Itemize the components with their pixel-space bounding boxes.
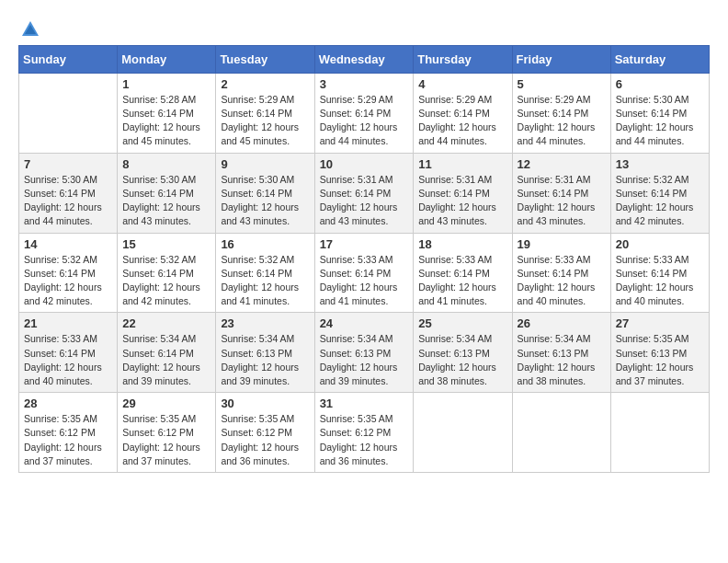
day-info: Sunrise: 5:35 AM Sunset: 6:12 PM Dayligh… [122, 412, 210, 468]
calendar-cell: 10Sunrise: 5:31 AM Sunset: 6:14 PM Dayli… [314, 153, 414, 233]
day-number: 31 [320, 396, 409, 410]
calendar-table: SundayMondayTuesdayWednesdayThursdayFrid… [18, 45, 710, 473]
day-info: Sunrise: 5:35 AM Sunset: 6:12 PM Dayligh… [320, 412, 409, 468]
calendar-cell: 12Sunrise: 5:31 AM Sunset: 6:14 PM Dayli… [512, 153, 610, 233]
calendar-cell: 29Sunrise: 5:35 AM Sunset: 6:12 PM Dayli… [118, 393, 216, 473]
day-info: Sunrise: 5:33 AM Sunset: 6:14 PM Dayligh… [616, 253, 704, 309]
header-tuesday: Tuesday [216, 45, 314, 73]
day-info: Sunrise: 5:32 AM Sunset: 6:14 PM Dayligh… [24, 253, 112, 309]
calendar-week-row: 7Sunrise: 5:30 AM Sunset: 6:14 PM Daylig… [19, 153, 710, 233]
day-info: Sunrise: 5:33 AM Sunset: 6:14 PM Dayligh… [518, 253, 606, 309]
day-info: Sunrise: 5:33 AM Sunset: 6:14 PM Dayligh… [320, 253, 409, 309]
day-info: Sunrise: 5:30 AM Sunset: 6:14 PM Dayligh… [221, 173, 309, 229]
day-info: Sunrise: 5:29 AM Sunset: 6:14 PM Dayligh… [418, 93, 506, 149]
calendar-cell: 19Sunrise: 5:33 AM Sunset: 6:14 PM Dayli… [512, 233, 610, 313]
calendar-cell: 26Sunrise: 5:34 AM Sunset: 6:13 PM Dayli… [512, 313, 610, 393]
day-info: Sunrise: 5:28 AM Sunset: 6:14 PM Dayligh… [122, 93, 210, 149]
calendar-week-row: 21Sunrise: 5:33 AM Sunset: 6:14 PM Dayli… [19, 313, 710, 393]
day-number: 4 [418, 77, 506, 91]
day-number: 24 [320, 316, 409, 330]
day-number: 20 [616, 237, 704, 251]
calendar-week-row: 28Sunrise: 5:35 AM Sunset: 6:12 PM Dayli… [19, 393, 710, 473]
day-info: Sunrise: 5:29 AM Sunset: 6:14 PM Dayligh… [518, 93, 606, 149]
header-monday: Monday [118, 45, 216, 73]
day-info: Sunrise: 5:34 AM Sunset: 6:14 PM Dayligh… [122, 332, 210, 388]
logo-icon [20, 19, 40, 40]
day-number: 3 [320, 77, 409, 91]
header-friday: Friday [512, 45, 610, 73]
day-number: 9 [221, 157, 309, 171]
calendar-cell: 2Sunrise: 5:29 AM Sunset: 6:14 PM Daylig… [216, 73, 314, 153]
day-info: Sunrise: 5:34 AM Sunset: 6:13 PM Dayligh… [320, 332, 409, 388]
calendar-cell: 5Sunrise: 5:29 AM Sunset: 6:14 PM Daylig… [512, 73, 610, 153]
calendar-header-row: SundayMondayTuesdayWednesdayThursdayFrid… [19, 45, 710, 73]
day-number: 25 [418, 316, 506, 330]
calendar-cell: 4Sunrise: 5:29 AM Sunset: 6:14 PM Daylig… [414, 73, 512, 153]
calendar-cell: 20Sunrise: 5:33 AM Sunset: 6:14 PM Dayli… [610, 233, 709, 313]
day-info: Sunrise: 5:34 AM Sunset: 6:13 PM Dayligh… [518, 332, 606, 388]
day-info: Sunrise: 5:29 AM Sunset: 6:14 PM Dayligh… [221, 93, 309, 149]
calendar-cell: 22Sunrise: 5:34 AM Sunset: 6:14 PM Dayli… [118, 313, 216, 393]
day-number: 12 [518, 157, 606, 171]
calendar-cell: 31Sunrise: 5:35 AM Sunset: 6:12 PM Dayli… [314, 393, 414, 473]
calendar-cell: 3Sunrise: 5:29 AM Sunset: 6:14 PM Daylig… [314, 73, 414, 153]
day-info: Sunrise: 5:35 AM Sunset: 6:13 PM Dayligh… [616, 332, 704, 388]
logo [18, 18, 40, 38]
day-info: Sunrise: 5:35 AM Sunset: 6:12 PM Dayligh… [24, 412, 112, 468]
day-number: 6 [616, 77, 704, 91]
day-info: Sunrise: 5:30 AM Sunset: 6:14 PM Dayligh… [24, 173, 112, 229]
day-info: Sunrise: 5:31 AM Sunset: 6:14 PM Dayligh… [320, 173, 409, 229]
day-info: Sunrise: 5:34 AM Sunset: 6:13 PM Dayligh… [221, 332, 309, 388]
calendar-cell: 14Sunrise: 5:32 AM Sunset: 6:14 PM Dayli… [19, 233, 118, 313]
calendar-cell: 24Sunrise: 5:34 AM Sunset: 6:13 PM Dayli… [314, 313, 414, 393]
calendar-cell: 9Sunrise: 5:30 AM Sunset: 6:14 PM Daylig… [216, 153, 314, 233]
day-number: 27 [616, 316, 704, 330]
day-number: 22 [122, 316, 210, 330]
calendar-cell [512, 393, 610, 473]
calendar-cell [414, 393, 512, 473]
day-info: Sunrise: 5:30 AM Sunset: 6:14 PM Dayligh… [616, 93, 704, 149]
day-number: 2 [221, 77, 309, 91]
calendar-cell: 27Sunrise: 5:35 AM Sunset: 6:13 PM Dayli… [610, 313, 709, 393]
day-number: 15 [122, 237, 210, 251]
day-number: 29 [122, 396, 210, 410]
calendar-cell: 23Sunrise: 5:34 AM Sunset: 6:13 PM Dayli… [216, 313, 314, 393]
day-number: 7 [24, 157, 112, 171]
calendar-cell: 11Sunrise: 5:31 AM Sunset: 6:14 PM Dayli… [414, 153, 512, 233]
day-number: 13 [616, 157, 704, 171]
day-info: Sunrise: 5:33 AM Sunset: 6:14 PM Dayligh… [418, 253, 506, 309]
day-info: Sunrise: 5:33 AM Sunset: 6:14 PM Dayligh… [24, 332, 112, 388]
day-info: Sunrise: 5:35 AM Sunset: 6:12 PM Dayligh… [221, 412, 309, 468]
day-number: 5 [518, 77, 606, 91]
day-number: 19 [518, 237, 606, 251]
calendar-cell: 28Sunrise: 5:35 AM Sunset: 6:12 PM Dayli… [19, 393, 118, 473]
calendar-week-row: 14Sunrise: 5:32 AM Sunset: 6:14 PM Dayli… [19, 233, 710, 313]
day-number: 18 [418, 237, 506, 251]
day-number: 21 [24, 316, 112, 330]
day-info: Sunrise: 5:32 AM Sunset: 6:14 PM Dayligh… [122, 253, 210, 309]
calendar-cell: 17Sunrise: 5:33 AM Sunset: 6:14 PM Dayli… [314, 233, 414, 313]
day-number: 26 [518, 316, 606, 330]
calendar-cell: 16Sunrise: 5:32 AM Sunset: 6:14 PM Dayli… [216, 233, 314, 313]
calendar-cell: 30Sunrise: 5:35 AM Sunset: 6:12 PM Dayli… [216, 393, 314, 473]
day-number: 23 [221, 316, 309, 330]
calendar-cell [19, 73, 118, 153]
day-info: Sunrise: 5:29 AM Sunset: 6:14 PM Dayligh… [320, 93, 409, 149]
calendar-cell: 7Sunrise: 5:30 AM Sunset: 6:14 PM Daylig… [19, 153, 118, 233]
day-info: Sunrise: 5:30 AM Sunset: 6:14 PM Dayligh… [122, 173, 210, 229]
header-thursday: Thursday [414, 45, 512, 73]
day-info: Sunrise: 5:32 AM Sunset: 6:14 PM Dayligh… [221, 253, 309, 309]
header-sunday: Sunday [19, 45, 118, 73]
day-number: 16 [221, 237, 309, 251]
day-info: Sunrise: 5:31 AM Sunset: 6:14 PM Dayligh… [418, 173, 506, 229]
header-wednesday: Wednesday [314, 45, 414, 73]
calendar-cell: 6Sunrise: 5:30 AM Sunset: 6:14 PM Daylig… [610, 73, 709, 153]
page-header [18, 18, 710, 38]
calendar-cell: 8Sunrise: 5:30 AM Sunset: 6:14 PM Daylig… [118, 153, 216, 233]
day-number: 1 [122, 77, 210, 91]
day-info: Sunrise: 5:34 AM Sunset: 6:13 PM Dayligh… [418, 332, 506, 388]
calendar-week-row: 1Sunrise: 5:28 AM Sunset: 6:14 PM Daylig… [19, 73, 710, 153]
day-number: 8 [122, 157, 210, 171]
header-saturday: Saturday [610, 45, 709, 73]
calendar-cell: 13Sunrise: 5:32 AM Sunset: 6:14 PM Dayli… [610, 153, 709, 233]
